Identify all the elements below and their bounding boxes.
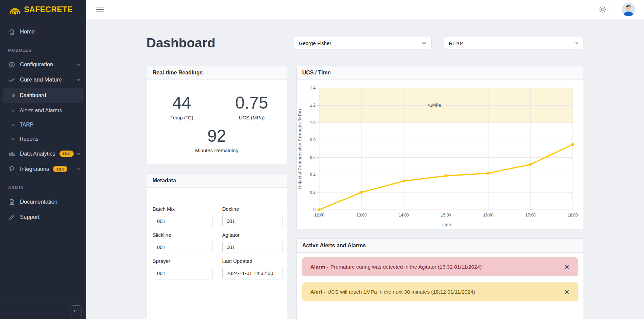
svg-text:Uniaxial Compressive Strength: Uniaxial Compressive Strength (MPa)	[298, 109, 302, 189]
metadata-card: Metadata Batch Mix Decline Slickline	[147, 174, 287, 319]
pencil-icon	[8, 213, 16, 221]
sidebar-footer	[0, 302, 86, 319]
filter-selects: George Fisher RL204	[294, 37, 584, 49]
sidebar-item-label: Documentation	[20, 199, 57, 205]
svg-text:12:00: 12:00	[314, 213, 324, 218]
card-title: Metadata	[147, 174, 287, 188]
field-agitator: Agitator	[222, 227, 282, 253]
sidebar-item-label: Support	[20, 214, 40, 220]
sun-icon	[599, 6, 606, 13]
sidebar-item-alerts-and-alarms[interactable]: Alerts and Alarms	[0, 104, 86, 118]
radar-icon	[7, 4, 21, 15]
main-content: Dashboard George Fisher RL204	[86, 19, 644, 319]
top-bar	[86, 0, 644, 19]
svg-text:0.4: 0.4	[310, 173, 316, 177]
alarm-prefix: Alarm -	[311, 264, 328, 270]
page-title: Dashboard	[147, 36, 216, 50]
close-icon[interactable]: ✕	[564, 289, 570, 295]
svg-text:1.2: 1.2	[310, 103, 316, 108]
svg-text:16:00: 16:00	[483, 213, 493, 218]
alert-message: UCS will reach 1MPa in the next 30 minut…	[327, 289, 475, 295]
bullet-icon	[12, 124, 15, 126]
chevron-down-icon	[76, 77, 81, 82]
sprayer-input[interactable]	[153, 267, 213, 279]
svg-text:0.8: 0.8	[310, 138, 316, 142]
safecrete-logo[interactable]: SAFECRETE	[0, 0, 86, 19]
chevron-down-icon	[422, 41, 426, 45]
field-last-updated: Last Updated	[222, 253, 282, 279]
card-title: Real-time Readings	[147, 66, 287, 80]
decline-input[interactable]	[222, 215, 282, 227]
bullet-icon	[12, 110, 15, 112]
tbc-badge: TBC	[53, 166, 67, 172]
card-title: Active Alerts and Alarms	[297, 239, 584, 253]
avatar[interactable]	[622, 3, 635, 16]
field-label: Batch Mix	[153, 206, 213, 212]
sidebar-item-data-analytics[interactable]: Data Analytics TBC	[0, 146, 86, 161]
svg-text:13:00: 13:00	[356, 213, 366, 218]
chevron-down-icon	[76, 62, 81, 67]
site-select[interactable]: RL204	[444, 37, 584, 49]
sidebar-item-integrations[interactable]: Integrations TBC	[0, 161, 86, 177]
double-check-icon	[8, 76, 16, 84]
metric-ucs: 0.75 UCS (MPa)	[217, 94, 287, 120]
svg-text:14:00: 14:00	[398, 213, 408, 218]
field-decline: Decline	[222, 201, 282, 227]
sidebar-collapse-button[interactable]	[71, 305, 81, 316]
svg-text:1.0: 1.0	[310, 120, 316, 125]
sidebar-item-label: Dashboard	[20, 92, 46, 98]
slickline-input[interactable]	[153, 241, 213, 253]
chevron-down-icon	[76, 152, 81, 156]
svg-text:0.6: 0.6	[310, 155, 316, 160]
metric-temp: 44 Temp (°C)	[147, 94, 217, 120]
puzzle-icon	[8, 165, 16, 173]
user-select-value: George Fisher	[299, 40, 422, 46]
sidebar-item-configuration[interactable]: Configuration	[0, 57, 86, 72]
field-slickline: Slickline	[153, 227, 213, 253]
sidebar-item-label: Data Analytics	[20, 151, 55, 157]
menu-toggle-button[interactable]	[96, 7, 104, 12]
admin-section-label: ADMIN	[0, 185, 86, 190]
close-icon[interactable]: ✕	[564, 264, 570, 270]
chevron-down-icon	[574, 41, 579, 45]
field-label: Last Updated	[222, 258, 282, 264]
last-updated-input[interactable]	[222, 267, 282, 279]
svg-text:18:00: 18:00	[567, 213, 577, 218]
batch-mix-input[interactable]	[153, 215, 213, 227]
bar-chart-icon	[8, 150, 16, 158]
title-row: Dashboard George Fisher RL204	[147, 36, 584, 50]
sidebar-item-support[interactable]: Support	[0, 209, 86, 225]
alarm-message: Premature curing was detected in the Agi…	[330, 264, 482, 270]
metrics-row: 44 Temp (°C) 0.75 UCS (MPa)	[147, 94, 287, 120]
bullet-icon	[12, 138, 15, 140]
sidebar-item-reports[interactable]: Reports	[0, 132, 86, 146]
tbc-badge: TBC	[59, 151, 74, 157]
sidebar-nav: Home MODULES Configuration Cure and Matu…	[0, 19, 86, 225]
svg-text:15:00: 15:00	[441, 213, 451, 218]
active-alerts-card: Active Alerts and Alarms Alarm - Prematu…	[296, 238, 584, 319]
modules-section-label: MODULES	[0, 48, 86, 53]
brand-name: SAFECRETE	[24, 5, 73, 14]
metadata-form: Batch Mix Decline Slickline Agitato	[147, 188, 287, 279]
svg-text:17:00: 17:00	[525, 213, 535, 218]
svg-text:0: 0	[313, 207, 316, 212]
metric-value: 92	[147, 127, 287, 145]
field-label: Agitator	[222, 232, 282, 238]
sidebar-item-label: Home	[20, 28, 35, 35]
sidebar-item-home[interactable]: Home	[0, 24, 86, 39]
sidebar-item-dashboard[interactable]: Dashboard	[3, 88, 83, 103]
agitator-input[interactable]	[222, 241, 282, 253]
svg-text:0.2: 0.2	[310, 190, 316, 195]
metric-value: 44	[147, 94, 217, 112]
theme-toggle-button[interactable]	[598, 4, 608, 15]
alert-banner: Alert - UCS will reach 1MPa in the next …	[302, 282, 578, 301]
sidebar-item-documentation[interactable]: Documentation	[0, 194, 86, 209]
sidebar-item-cure-and-mature[interactable]: Cure and Mature	[0, 72, 86, 87]
metric-label: Temp (°C)	[147, 115, 217, 120]
svg-text:1.4: 1.4	[310, 86, 316, 90]
svg-text:>1MPa: >1MPa	[427, 103, 441, 108]
sidebar-item-tarp[interactable]: TARP	[0, 118, 86, 132]
ucs-time-chart-card: UCS / Time 00.20.40.60.81.01.21.412:0013…	[296, 66, 584, 229]
sidebar-item-label: Cure and Mature	[20, 76, 62, 83]
user-select[interactable]: George Fisher	[294, 37, 431, 49]
